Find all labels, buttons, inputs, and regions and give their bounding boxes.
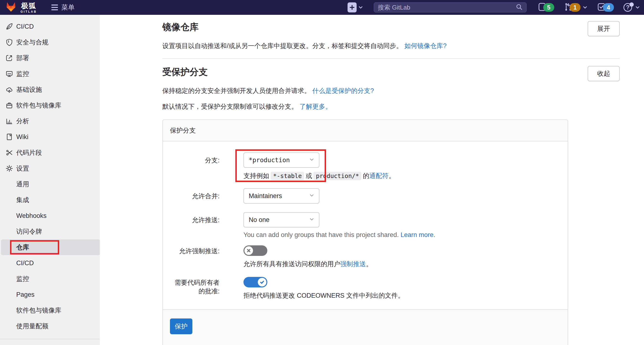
mirror-section-title: 镜像仓库 <box>162 21 198 33</box>
gear-icon <box>5 164 13 173</box>
merge-requests-count-badge: 1 <box>570 3 580 12</box>
toggle-check-icon <box>258 278 266 286</box>
protected-section-title: 受保护分支 <box>162 66 208 78</box>
protected-intro: 保持稳定的分支安全并强制开发人员使用合并请求。 什么是受保护的分支? <box>162 87 620 95</box>
top-navbar: 极狐 GITLAB 菜单 搜索 GitLab 5 <box>0 0 644 15</box>
sidebar-item-deploy[interactable]: 部署 <box>0 50 103 66</box>
wildcard-link[interactable]: 通配符 <box>369 172 388 179</box>
issues-nav-button[interactable]: 5 <box>538 3 554 13</box>
sidebar-item-settings-monitor[interactable]: 监控 <box>0 271 103 287</box>
protect-button[interactable]: 保护 <box>170 318 192 334</box>
force-push-help: 允许所有具有推送访问权限的用户强制推送。 <box>244 260 372 268</box>
sidebar-divider <box>0 339 103 339</box>
chevron-down-icon <box>358 5 363 10</box>
sidebar-item-packages-registries[interactable]: 软件包与镜像库 <box>0 302 103 318</box>
allowed-to-push-value: No one <box>249 216 270 224</box>
deploy-icon <box>5 54 13 62</box>
sidebar-item-pages[interactable]: Pages <box>0 287 103 302</box>
sidebar-item-webhooks[interactable]: Webhooks <box>0 208 103 224</box>
red-annotation-box <box>10 240 59 254</box>
chevron-down-icon <box>635 5 640 10</box>
chevron-down-icon <box>309 193 314 199</box>
protected-default-note: 默认情况下，受保护分支限制谁可以修改分支。 了解更多。 <box>162 102 620 111</box>
monitor-icon <box>5 70 13 78</box>
branch-row: 分支: *production 支持例如*-stable或production/… <box>170 152 560 180</box>
sidebar-item-access-tokens[interactable]: 访问令牌 <box>0 224 103 239</box>
chevron-down-icon <box>582 5 588 10</box>
allowed-to-push-label: 允许推送: <box>170 212 220 239</box>
sidebar-item-settings[interactable]: 设置 <box>0 161 103 176</box>
brand[interactable]: 极狐 GITLAB <box>5 2 37 13</box>
allowed-to-push-row: 允许推送: No one You can add only groups tha… <box>170 212 560 239</box>
scissors-icon <box>5 149 13 157</box>
search-placeholder: 搜索 GitLab <box>378 3 516 12</box>
card-header: 保护分支 <box>163 120 568 141</box>
help-icon: ? <box>624 3 632 12</box>
menu-button[interactable]: 菜单 <box>51 3 75 12</box>
red-annotation-box <box>235 149 326 182</box>
issues-count-badge: 5 <box>543 3 554 12</box>
force-push-toggle[interactable] <box>244 245 267 256</box>
sidebar-item-settings-cicd[interactable]: CI/CD <box>0 255 103 271</box>
force-push-row: 允许强制推送: 允许所有具有推送访问权限的用户强制推送。 <box>170 245 560 268</box>
sidebar-item-monitor[interactable]: 监控 <box>0 66 103 82</box>
brand-subtitle: GITLAB <box>20 10 37 13</box>
new-item-dropdown[interactable] <box>348 3 363 13</box>
cloud-gear-icon <box>5 86 13 94</box>
sidebar-item-integrations[interactable]: 集成 <box>0 192 103 208</box>
branch-label: 分支: <box>170 152 220 180</box>
allowed-to-push-dropdown[interactable]: No one <box>244 212 319 227</box>
help-menu-button[interactable]: ? <box>624 3 640 12</box>
sidebar-item-security[interactable]: 安全与合规 <box>0 35 103 50</box>
sidebar-item-usage-quotas[interactable]: 使用量配额 <box>0 318 103 334</box>
allowed-to-merge-label: 允许合并: <box>170 188 220 204</box>
brand-name: 极狐 <box>21 2 36 9</box>
sidebar-item-infrastructure[interactable]: 基础设施 <box>0 82 103 98</box>
learn-more-link-zh[interactable]: 了解更多。 <box>300 103 332 110</box>
code-owner-approval-help: 拒绝代码推送更改 CODEOWNERS 文件中列出的文件。 <box>244 291 404 300</box>
protect-branch-card: 保护分支 分支: *production 支持例如*-stable或produc… <box>162 119 568 345</box>
sidebar-item-snippets[interactable]: 代码片段 <box>0 145 103 161</box>
package-icon <box>5 101 13 109</box>
chevron-down-icon <box>309 216 314 223</box>
todos-nav-button[interactable]: 4 <box>597 3 614 13</box>
expand-button[interactable]: 展开 <box>588 21 620 36</box>
allowed-to-merge-dropdown[interactable]: Maintainers <box>244 188 319 204</box>
gitlab-fox-logo-icon <box>5 2 17 13</box>
search-input[interactable]: 搜索 GitLab <box>374 3 526 13</box>
code-owner-approval-toggle[interactable] <box>244 277 267 287</box>
search-icon <box>516 4 522 11</box>
allowed-to-merge-value: Maintainers <box>249 192 282 200</box>
sidebar-scrollbar[interactable] <box>100 15 103 345</box>
sidebar-item-wiki[interactable]: Wiki <box>0 129 103 145</box>
toggle-x-icon <box>244 246 253 255</box>
sidebar-item-repository[interactable]: 仓库 <box>1 239 100 255</box>
notification-dot <box>630 3 634 7</box>
hamburger-icon <box>51 5 58 10</box>
section-divider <box>162 58 620 59</box>
mirror-description: 设置项目以自动推送和/或从另一个仓库中提取更改。分支，标签和提交将自动同步。 如… <box>162 42 620 50</box>
chart-icon <box>5 117 13 125</box>
book-icon <box>5 133 13 141</box>
what-are-protected-branches-link[interactable]: 什么是受保护的分支? <box>312 87 374 94</box>
menu-label: 菜单 <box>61 3 75 12</box>
sidebar-item-packages[interactable]: 软件包与镜像库 <box>0 98 103 113</box>
how-to-mirror-link[interactable]: 如何镜像仓库? <box>404 42 446 50</box>
sidebar-item-general[interactable]: 通用 <box>0 176 103 192</box>
shield-icon <box>5 38 13 46</box>
code-owner-approval-label: 需要代码所有者 的批准: <box>170 277 220 300</box>
plus-icon <box>348 3 356 13</box>
learn-more-link-en[interactable]: Learn more. <box>400 231 436 238</box>
collapse-button[interactable]: 收起 <box>588 66 620 81</box>
force-push-label: 允许强制推送: <box>170 245 220 268</box>
code-owner-approval-row: 需要代码所有者 的批准: 拒绝代码推送更改 CODEOWNERS 文件中列出的文… <box>170 277 560 300</box>
merge-requests-nav-button[interactable]: 1 <box>564 3 588 13</box>
settings-content: 镜像仓库 展开 设置项目以自动推送和/或从另一个仓库中提取更改。分支，标签和提交… <box>103 15 644 345</box>
card-footer: 保护 <box>163 309 568 345</box>
sidebar-item-analytics[interactable]: 分析 <box>0 113 103 129</box>
sidebar-item-cicd[interactable]: CI/CD <box>0 19 103 35</box>
allowed-to-merge-row: 允许合并: Maintainers <box>170 188 560 204</box>
quill-icon <box>5 23 13 31</box>
force-push-link[interactable]: 强制推送 <box>340 260 366 268</box>
project-sidebar: CI/CD 安全与合规 部署 监控 基础设施 <box>0 15 103 345</box>
